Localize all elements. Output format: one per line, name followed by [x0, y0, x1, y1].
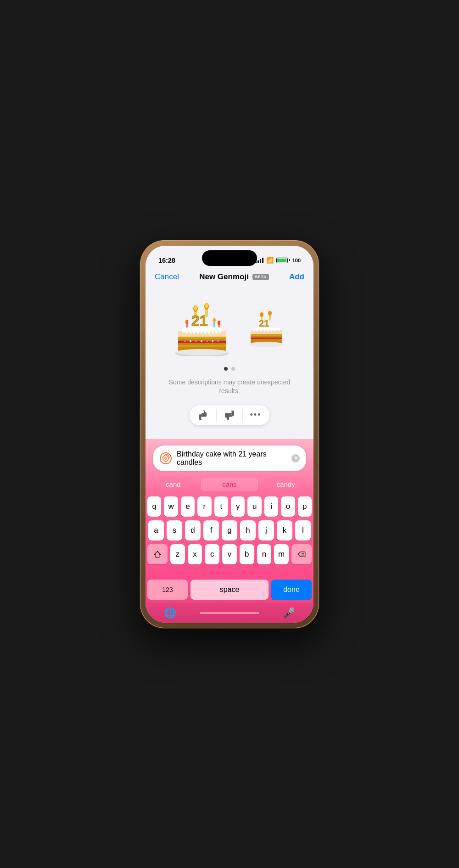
shift-button[interactable] [147, 544, 168, 564]
svg-point-10 [185, 320, 188, 324]
key-y[interactable]: y [231, 496, 245, 517]
svg-point-26 [217, 340, 219, 342]
key-d[interactable]: d [185, 520, 201, 541]
phone-frame: 16:28 🔕 📶 100 [140, 240, 319, 628]
done-button[interactable]: done [271, 580, 312, 600]
status-bar: 16:28 🔕 📶 100 [146, 246, 313, 269]
svg-text:21: 21 [191, 312, 208, 329]
number-pad-button[interactable]: 123 [147, 580, 188, 600]
key-j[interactable]: j [258, 520, 274, 541]
svg-rect-37 [251, 334, 282, 336]
shift-icon [153, 550, 162, 558]
svg-rect-38 [251, 338, 282, 339]
svg-point-22 [195, 340, 197, 342]
svg-point-32 [268, 311, 272, 316]
battery-body [276, 258, 288, 263]
nav-title-container: New Genmoji BETA [199, 272, 269, 282]
delete-icon [297, 551, 306, 558]
emoji-preview-area: 21 [146, 287, 313, 439]
beta-badge: BETA [252, 274, 269, 280]
cake-svg-large: 21 [172, 301, 232, 356]
search-input-container[interactable]: Birthday cake with 21 years candles ✕ [153, 445, 306, 471]
space-button[interactable]: space [190, 580, 269, 600]
signal-bar-3 [260, 259, 261, 263]
battery-tip [289, 259, 290, 261]
key-row-1: q w e r t y u i o p [147, 496, 312, 517]
reaction-bar: ••• [190, 405, 269, 425]
clear-button[interactable]: ✕ [291, 454, 300, 462]
cake-preview-large[interactable]: 21 [172, 301, 232, 356]
key-l[interactable]: l [295, 520, 311, 541]
dot-2 [231, 367, 235, 371]
thumbs-up-button[interactable] [191, 407, 215, 423]
clear-icon: ✕ [294, 456, 298, 461]
key-p[interactable]: p [298, 496, 312, 517]
warning-text: Some descriptions may create unexpected … [146, 374, 313, 403]
key-w[interactable]: w [164, 496, 178, 517]
key-r[interactable]: r [197, 496, 211, 517]
svg-point-24 [206, 340, 208, 342]
svg-point-23 [201, 340, 202, 342]
autocomplete-item-1[interactable]: cand [146, 478, 201, 491]
wifi-icon: 📶 [266, 257, 274, 264]
cancel-button[interactable]: Cancel [155, 272, 179, 282]
key-row-2: a s d f g h j k l [147, 520, 312, 541]
nav-bar: Cancel New Genmoji BETA Add [146, 269, 313, 287]
svg-point-21 [190, 340, 191, 342]
add-button[interactable]: Add [289, 272, 304, 282]
space-label: space [220, 586, 240, 594]
svg-point-42 [164, 457, 167, 460]
svg-point-25 [212, 340, 213, 342]
key-o[interactable]: o [281, 496, 295, 517]
key-row-3: z x c v b n m [147, 544, 312, 564]
svg-rect-19 [178, 345, 226, 347]
signal-bar-4 [262, 258, 263, 263]
key-m[interactable]: m [274, 544, 289, 564]
key-f[interactable]: f [203, 520, 219, 541]
key-s[interactable]: s [167, 520, 182, 541]
battery-indicator [276, 258, 290, 263]
key-z[interactable]: z [170, 544, 185, 564]
key-a[interactable]: a [148, 520, 164, 541]
cake-preview-small[interactable]: 21 [246, 309, 287, 348]
svg-text:21: 21 [259, 318, 269, 328]
svg-point-20 [184, 340, 186, 342]
key-g[interactable]: g [222, 520, 237, 541]
key-u[interactable]: u [247, 496, 261, 517]
done-label: done [283, 586, 300, 594]
thumbs-down-button[interactable] [218, 407, 241, 423]
battery-label: 100 [292, 258, 301, 263]
more-options-button[interactable]: ••• [244, 407, 268, 423]
key-h[interactable]: h [240, 520, 256, 541]
emoji-row: 21 [172, 296, 287, 361]
key-n[interactable]: n [257, 544, 272, 564]
globe-icon[interactable]: 🌐 [164, 607, 176, 619]
key-k[interactable]: k [277, 520, 292, 541]
key-c[interactable]: c [205, 544, 219, 564]
key-q[interactable]: q [147, 496, 161, 517]
key-x[interactable]: x [188, 544, 202, 564]
key-b[interactable]: b [240, 544, 254, 564]
reaction-divider-2 [242, 409, 243, 422]
key-v[interactable]: v [222, 544, 237, 564]
autocomplete-item-2[interactable]: cans [202, 478, 257, 491]
keyboard-rows: q w e r t y u i o p a s [146, 495, 313, 580]
key-i[interactable]: i [264, 496, 278, 517]
key-t[interactable]: t [214, 496, 228, 517]
dot-1 [224, 367, 228, 371]
nav-title: New Genmoji [199, 272, 249, 282]
autocomplete-row: cand cans candy [146, 476, 313, 493]
num-label: 123 [162, 586, 173, 593]
svg-point-5 [205, 304, 208, 308]
pagination-dots [224, 367, 235, 371]
svg-point-11 [213, 318, 216, 322]
autocomplete-item-3[interactable]: candy [258, 478, 313, 491]
delete-button[interactable] [291, 544, 312, 564]
microphone-icon[interactable]: 🎤 [283, 607, 295, 619]
key-e[interactable]: e [181, 496, 195, 517]
signal-bar-2 [257, 260, 259, 263]
reaction-pill: ••• [190, 405, 269, 425]
svg-point-12 [218, 321, 220, 325]
thumbs-down-icon [224, 410, 235, 420]
more-label: ••• [250, 410, 262, 420]
